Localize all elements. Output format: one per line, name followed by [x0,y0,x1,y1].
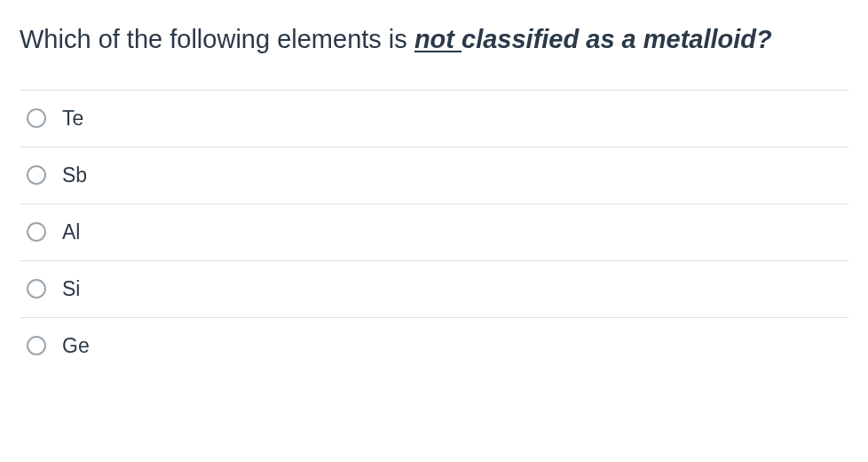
question-prefix: Which of the following elements is [20,25,414,53]
option-row-4[interactable]: Ge [20,318,848,374]
option-row-2[interactable]: Al [20,204,848,261]
question-emphasis-rest: classified as a metalloid? [462,25,772,53]
option-row-0[interactable]: Te [20,91,848,147]
radio-icon[interactable] [27,108,46,128]
radio-icon[interactable] [27,336,46,355]
option-label: Si [62,277,80,301]
radio-icon[interactable] [27,165,46,185]
option-label: Te [62,107,83,131]
option-label: Ge [62,334,90,358]
option-row-3[interactable]: Si [20,261,848,318]
question-text: Which of the following elements is not c… [20,21,848,58]
radio-icon[interactable] [27,279,46,299]
option-label: Al [62,220,80,244]
question-emphasis-underline: not [414,25,462,53]
option-row-1[interactable]: Sb [20,147,848,204]
options-list: Te Sb Al Si Ge [20,90,848,374]
radio-icon[interactable] [27,222,46,242]
option-label: Sb [62,163,87,187]
